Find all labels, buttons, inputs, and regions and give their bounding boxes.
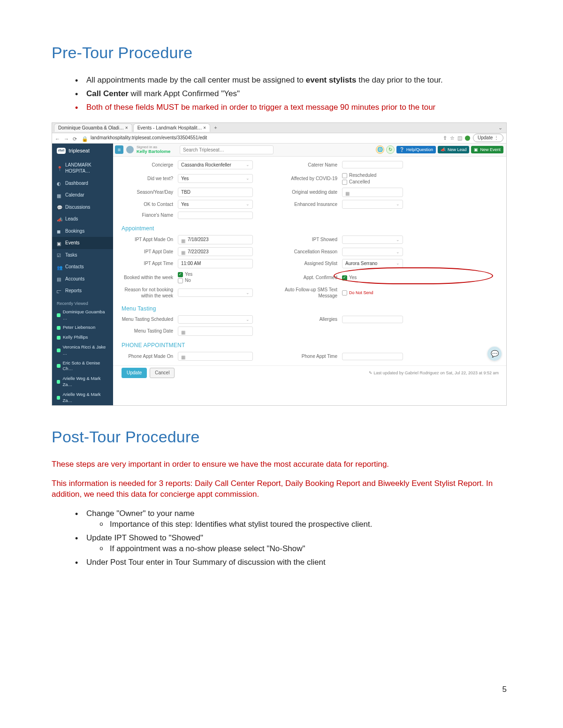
allergies-input[interactable]	[342, 316, 403, 323]
signed-in-user[interactable]: Kelly Bartolome	[137, 149, 170, 154]
pa-made-date[interactable]: ▦	[178, 352, 253, 361]
sidebar-item-reports[interactable]: ⫍Reports	[52, 285, 113, 297]
label-ipt-time: IPT Appt Time	[122, 260, 173, 267]
do-not-send-checkbox[interactable]	[342, 290, 347, 296]
sidebar-item-tasks[interactable]: ☑Tasks	[52, 249, 113, 261]
forward-icon[interactable]: →	[64, 136, 69, 141]
sidebar-item-leads[interactable]: 📣Leads	[52, 213, 113, 225]
rescheduled-checkbox[interactable]	[342, 173, 347, 178]
ipt-appt-date[interactable]: ▦7/22/2023	[178, 247, 253, 257]
cancel-button[interactable]: Cancel	[150, 368, 175, 378]
reason-no-book-select[interactable]	[178, 288, 253, 297]
sidebar-item-calendar[interactable]: ▦Calendar	[52, 189, 113, 201]
new-event-button[interactable]: ▣ New Event	[471, 146, 503, 153]
globe-icon[interactable]: 🌐	[376, 145, 384, 154]
ok-contact-select[interactable]: Yes	[178, 200, 253, 209]
update-button[interactable]: Update	[122, 368, 147, 378]
event-badge-icon	[57, 349, 61, 352]
booked-yes-checkbox[interactable]	[178, 272, 183, 277]
caterer-input[interactable]	[342, 161, 403, 168]
appt-confirmed-yes-checkbox[interactable]	[342, 275, 347, 281]
embedded-screenshot: Dominique Gouamba & Oladi… × Events - La…	[52, 122, 507, 406]
people-icon: 👥	[57, 265, 61, 269]
share-icon[interactable]: ⇧	[443, 135, 447, 142]
star-icon[interactable]: ☆	[450, 135, 455, 142]
profile-dot-icon[interactable]	[465, 136, 470, 141]
label-allergies: Allergies	[281, 316, 337, 323]
calendar-icon: ▦	[181, 250, 186, 254]
chat-widget-icon[interactable]: 💬	[487, 347, 502, 361]
mt-scheduled-select[interactable]	[178, 315, 253, 324]
hamburger-icon[interactable]: ≡	[115, 145, 123, 154]
enh-insurance-select[interactable]	[342, 200, 403, 208]
booked-week-options[interactable]: Yes No	[178, 271, 253, 284]
covid-options[interactable]: Rescheduled Cancelled	[342, 172, 403, 185]
extension-icon[interactable]: ◫	[457, 135, 462, 142]
help-button[interactable]: ❔ Help/Question	[396, 146, 436, 153]
browser-tab-1[interactable]: Dominique Gouamba & Oladi… ×	[54, 123, 132, 132]
event-icon: ▣	[57, 241, 61, 245]
fiance-input[interactable]	[178, 212, 253, 219]
sidebar-item-discussions[interactable]: 💬Discussions	[52, 201, 113, 213]
posttour-heading: Post-Tour Procedure	[52, 426, 511, 448]
refresh-icon[interactable]: ↻	[386, 145, 395, 154]
section-menu-tasting: Menu Tasting	[122, 305, 499, 312]
search-input[interactable]	[180, 145, 274, 154]
recent-item[interactable]: Eric Soto & Denise Ch…	[52, 358, 113, 374]
cancel-reason-select[interactable]	[342, 248, 403, 256]
last-updated-text: ✎ Last updated by Gabriel Rodriguez on S…	[369, 370, 499, 376]
sidebar-item-events[interactable]: ▣Events	[52, 237, 113, 249]
assigned-stylist-select[interactable]: Aurora Serrano	[342, 259, 403, 268]
recent-item[interactable]: Kelly Phillips	[52, 333, 113, 342]
sidebar-item-accounts[interactable]: ▤Accounts	[52, 273, 113, 285]
posttour-bullet-1-sub-1: Importance of this step: Identifies what…	[99, 519, 511, 530]
address-bar[interactable]: landmarkhospitality.tripleseat.com/event…	[91, 135, 439, 141]
reload-icon[interactable]: ⟳	[73, 136, 78, 141]
megaphone-icon: 📣	[57, 217, 61, 221]
mt-date-input[interactable]: ▦	[178, 326, 253, 336]
cancelled-checkbox[interactable]	[342, 180, 347, 185]
ipt-time-input[interactable]: 11:00 AM	[178, 259, 253, 268]
back-icon[interactable]: ←	[55, 136, 60, 141]
recent-item[interactable]: Veronica Ricci & Jake …	[52, 342, 113, 358]
avatar[interactable]	[126, 146, 134, 153]
recent-item[interactable]: Arielle Weg & Mark Za…	[52, 374, 113, 390]
sidebar-item-contacts[interactable]: 👥Contacts	[52, 261, 113, 273]
posttour-para-1: These steps are very important in order …	[52, 459, 511, 470]
label-did-we-text: Did we text?	[122, 175, 173, 182]
appt-confirmed-option[interactable]: Yes	[342, 274, 403, 281]
auto-sms-option[interactable]: Do Not Send	[342, 290, 403, 296]
label-ipt-made: IPT Appt Made On	[122, 236, 173, 243]
recent-item[interactable]: Peter Liebenson	[52, 323, 113, 333]
new-tab-button[interactable]: +	[211, 124, 220, 131]
concierge-select[interactable]: Cassandra Rockenfeller	[178, 160, 253, 170]
window-chevron-icon[interactable]: ⌄	[498, 124, 504, 131]
label-fiance: Fiance's Name	[122, 212, 173, 219]
pretour-bullet-2: Call Center will mark Appt Confirmed "Ye…	[75, 89, 511, 99]
did-we-text-select[interactable]: Yes	[178, 174, 253, 183]
event-badge-icon	[57, 396, 60, 400]
recent-item[interactable]: Dominique Gouamba …	[52, 307, 113, 323]
ipt-showed-select[interactable]	[342, 235, 403, 244]
browser-tab-2[interactable]: Events - Landmark Hospitalit… ×	[133, 123, 210, 132]
recently-viewed-header: Recently Viewed	[52, 297, 113, 307]
label-ipt-showed: IPT Showed	[281, 236, 337, 243]
label-auto-sms: Auto Follow-up SMS Text Message	[281, 287, 337, 299]
calendar-icon: ▦	[345, 190, 350, 195]
ipt-made-date[interactable]: ▦7/18/2023	[178, 235, 253, 244]
booked-no-checkbox[interactable]	[178, 278, 183, 283]
sidebar-item-landmark[interactable]: 📍LANDMARK HOSPITA…	[52, 159, 113, 177]
pa-time-input[interactable]	[342, 353, 403, 360]
lock-icon: 🔒	[82, 136, 87, 141]
posttour-para-2: This information is needed for 3 reports…	[52, 478, 511, 500]
event-badge-icon	[57, 313, 61, 317]
chrome-update-button[interactable]: Update ⋮	[473, 134, 503, 142]
sidebar-item-dashboard[interactable]: ◐Dashboard	[52, 177, 113, 190]
orig-wedding-date[interactable]: ▦	[342, 188, 403, 197]
calendar-icon: ▦	[57, 193, 61, 197]
new-lead-button[interactable]: 📣 New Lead	[438, 146, 470, 153]
label-appt-confirmed: Appt. Confirmed	[281, 274, 337, 281]
recent-item[interactable]: Arielle Weg & Mark Za…	[52, 390, 113, 406]
season-input[interactable]: TBD	[178, 188, 253, 197]
sidebar-item-bookings[interactable]: ◼Bookings	[52, 225, 113, 237]
